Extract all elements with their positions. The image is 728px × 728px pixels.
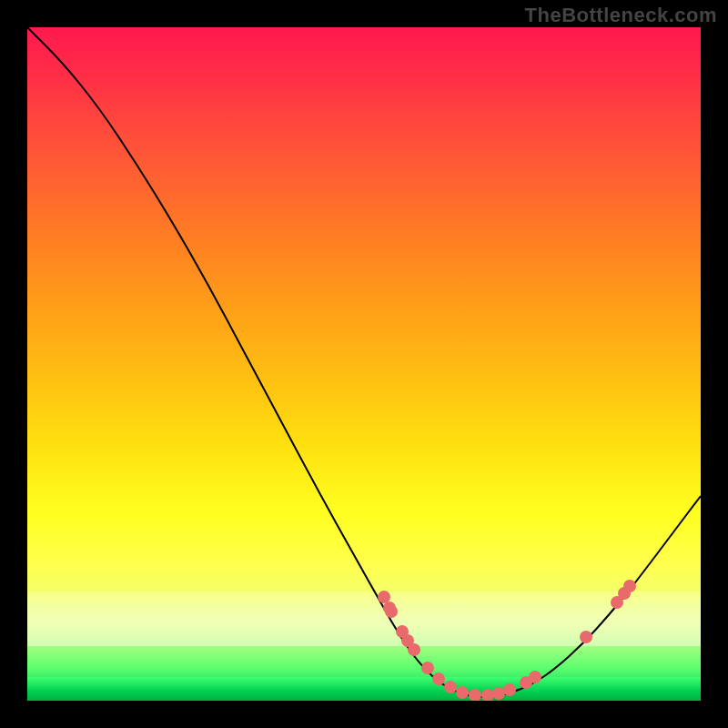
curve-marker bbox=[503, 683, 516, 696]
curve-marker bbox=[456, 686, 469, 699]
curve-marker bbox=[580, 631, 592, 643]
curve-marker bbox=[421, 662, 434, 674]
curve-marker bbox=[385, 605, 398, 618]
curve-marker bbox=[492, 687, 505, 700]
curve-marker bbox=[623, 580, 636, 592]
chart-plot-area bbox=[27, 27, 701, 701]
curve-markers bbox=[378, 580, 636, 701]
curve-marker bbox=[481, 689, 494, 701]
curve-marker bbox=[378, 591, 390, 603]
curve-marker bbox=[408, 643, 420, 656]
curve-marker bbox=[432, 672, 445, 685]
watermark-text: TheBottleneck.com bbox=[525, 4, 717, 27]
curve-marker bbox=[529, 671, 541, 683]
curve-marker bbox=[444, 681, 457, 693]
bottleneck-curve bbox=[27, 27, 701, 697]
chart-svg bbox=[27, 27, 701, 701]
curve-marker bbox=[469, 689, 481, 701]
